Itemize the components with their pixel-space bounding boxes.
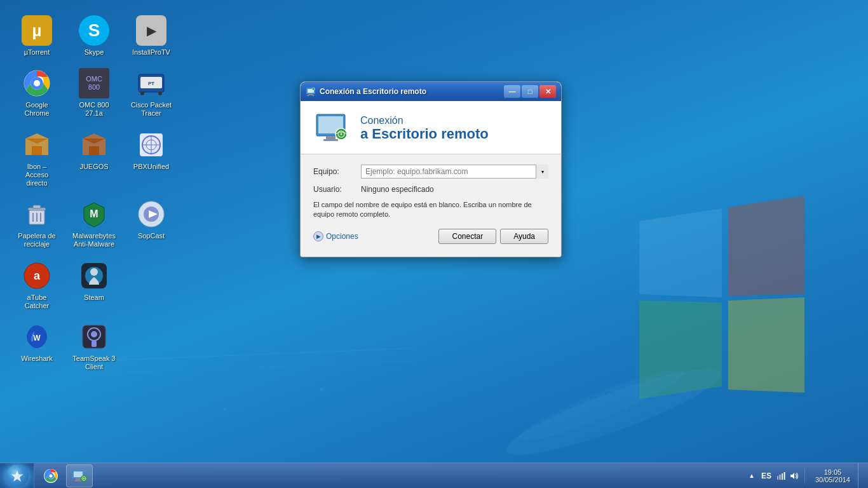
equipo-field: Equipo: ▾ <box>313 165 548 179</box>
svg-rect-25 <box>33 205 41 208</box>
conectar-button[interactable]: Conectar <box>438 229 496 244</box>
usuario-field: Usuario: Ninguno especificado <box>313 185 548 194</box>
taskbar-tray: ▲ ES <box>742 463 868 489</box>
dialog-header-line2: a Escritorio remoto <box>360 126 489 142</box>
rdp-dialog: Conexión a Escritorio remoto — □ ✕ <box>300 81 562 257</box>
dialog-window-controls: — □ ✕ <box>504 85 556 98</box>
dialog-title-icon <box>306 86 316 97</box>
svg-rect-41 <box>92 341 97 347</box>
dialog-action-buttons: Conectar Ayuda <box>438 229 548 244</box>
svg-rect-16 <box>32 146 42 155</box>
svg-rect-61 <box>76 478 80 480</box>
taskbar-items <box>34 464 742 487</box>
svg-text:PT: PT <box>148 81 154 86</box>
desktop-icon-papelera[interactable]: Papelera de reciclaje <box>13 196 61 251</box>
equipo-label: Equipo: <box>313 167 361 176</box>
svg-point-10 <box>34 80 40 86</box>
svg-rect-51 <box>323 139 338 141</box>
dialog-header: Conexión a Escritorio remoto <box>301 101 561 154</box>
desktop-icon-juegos[interactable]: JUEGOS <box>70 127 118 191</box>
svg-rect-67 <box>779 475 780 480</box>
desktop-icon-cisco-packet-tracer[interactable]: PT Cisco Packet Tracer <box>127 65 175 120</box>
svg-point-47 <box>312 88 315 90</box>
svg-rect-50 <box>326 136 336 139</box>
svg-line-4 <box>159 329 349 424</box>
equipo-dropdown-arrow[interactable]: ▾ <box>536 165 548 179</box>
svg-point-58 <box>50 474 53 477</box>
desktop-icons: µ µTorrent S Skype ▶ InstallProTV <box>6 6 184 380</box>
svg-rect-17 <box>89 146 99 155</box>
dialog-note: El campo del nombre de equipo está en bl… <box>313 200 548 220</box>
usuario-label: Usuario: <box>313 185 361 194</box>
svg-point-13 <box>140 92 144 95</box>
svg-text:a: a <box>34 269 41 282</box>
taskbar-item-rdp[interactable] <box>66 464 93 487</box>
desktop-icon-ibon[interactable]: Ibon – Acceso directo <box>13 127 61 191</box>
usuario-value: Ninguno especificado <box>361 185 434 194</box>
dialog-footer: ▶ Opciones Conectar Ayuda <box>313 229 548 247</box>
svg-rect-60 <box>74 471 83 477</box>
tray-volume-icon <box>789 471 799 481</box>
svg-point-36 <box>90 268 98 276</box>
desktop: ✦ ✦ µ µTorrent S Skype ▶ InstallProTV <box>0 0 868 488</box>
clock-time: 19:05 <box>824 468 842 476</box>
desktop-icon-steam[interactable]: Steam <box>70 258 118 313</box>
desktop-icon-sopcast[interactable]: SopCast <box>127 196 175 251</box>
desktop-icon-installprotv[interactable]: ▶ InstallProTV <box>127 13 175 59</box>
taskbar: ▲ ES <box>0 463 868 488</box>
desktop-icon-skype[interactable]: S Skype <box>70 13 118 59</box>
svg-rect-46 <box>309 94 313 95</box>
equipo-input[interactable] <box>361 165 548 179</box>
clock-date: 30/05/2014 <box>815 476 850 484</box>
desktop-icon-utorrent[interactable]: µ µTorrent <box>13 13 61 59</box>
svg-rect-66 <box>777 476 778 480</box>
dialog-header-line1: Conexión <box>360 115 489 126</box>
start-button[interactable] <box>0 463 34 489</box>
dialog-body: Equipo: ▾ Usuario: Ninguno especificado … <box>301 154 561 257</box>
desktop-icon-teamspeak[interactable]: TeamSpeak 3 Client <box>70 319 118 374</box>
options-link[interactable]: ▶ Opciones <box>313 231 358 241</box>
svg-text:✦: ✦ <box>222 406 227 413</box>
system-clock[interactable]: 19:05 30/05/2014 <box>810 468 855 484</box>
tray-language[interactable]: ES <box>759 471 774 480</box>
dialog-title: Conexión a Escritorio remoto <box>320 87 504 96</box>
svg-text:W: W <box>33 334 41 342</box>
dialog-maximize-button[interactable]: □ <box>522 85 538 98</box>
svg-text:✦: ✦ <box>318 384 325 395</box>
dialog-close-button[interactable]: ✕ <box>539 85 556 98</box>
svg-point-14 <box>158 92 162 95</box>
desktop-icon-google-chrome[interactable]: Google Chrome <box>13 65 61 120</box>
dialog-minimize-button[interactable]: — <box>504 85 520 98</box>
options-label: Opciones <box>326 232 358 241</box>
desktop-icon-omc800[interactable]: OMC800 OMC 800 27.1a <box>70 65 118 120</box>
desktop-icon-malwarebytes[interactable]: M Malwarebytes Anti-Malware <box>70 196 118 251</box>
svg-rect-68 <box>782 473 783 480</box>
desktop-icon-wireshark[interactable]: W Wireshark <box>13 319 61 374</box>
svg-point-65 <box>83 478 85 479</box>
desktop-icon-atube-catcher[interactable]: a aTube Catcher <box>13 258 61 313</box>
dialog-header-icon <box>313 111 351 146</box>
start-orb <box>6 464 29 487</box>
svg-text:M: M <box>90 208 98 219</box>
desktop-icon-pbxunified[interactable]: PBXUnified <box>127 127 175 191</box>
tray-icons: ES <box>759 471 799 481</box>
show-hidden-icons[interactable]: ▲ <box>747 472 756 479</box>
dialog-header-text: Conexión a Escritorio remoto <box>360 115 489 142</box>
dialog-titlebar: Conexión a Escritorio remoto — □ ✕ <box>301 82 561 101</box>
svg-rect-62 <box>74 480 81 482</box>
ayuda-button[interactable]: Ayuda <box>500 229 548 244</box>
taskbar-item-chrome[interactable] <box>38 464 64 487</box>
tray-signal-icon <box>776 471 787 481</box>
options-arrow-icon: ▶ <box>313 231 323 241</box>
svg-rect-69 <box>783 472 785 480</box>
svg-point-40 <box>91 331 97 337</box>
show-desktop-button[interactable] <box>858 463 863 489</box>
